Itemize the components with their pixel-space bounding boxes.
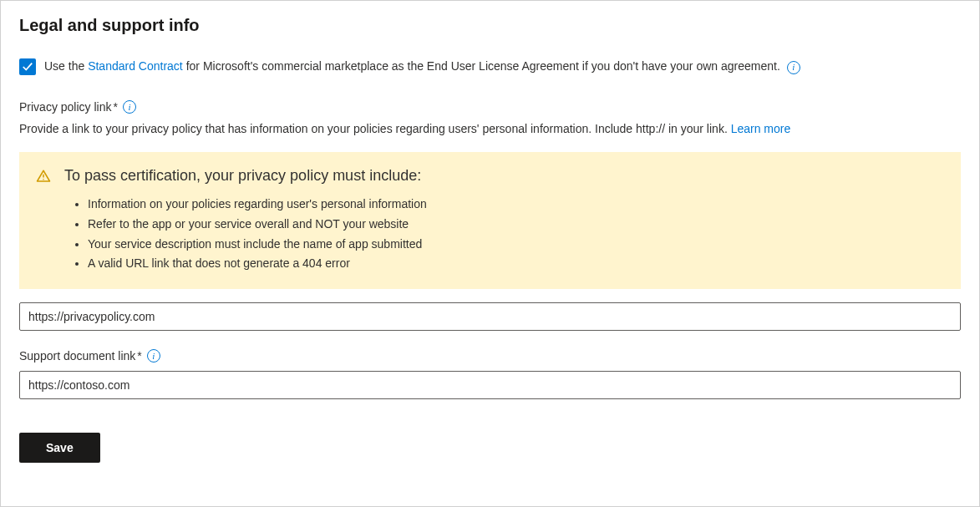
required-mark: *	[137, 349, 141, 363]
support-doc-label-text: Support document link	[19, 349, 135, 363]
learn-more-link[interactable]: Learn more	[731, 122, 791, 135]
info-icon[interactable]: i	[123, 100, 136, 114]
warning-item: Refer to the app or your service overall…	[88, 215, 944, 235]
privacy-policy-label: Privacy policy link* i	[19, 100, 961, 114]
standard-contract-checkbox[interactable]	[19, 58, 36, 75]
page-title: Legal and support info	[19, 16, 961, 35]
standard-contract-label: Use the Standard Contract for Microsoft'…	[44, 59, 800, 74]
checkbox-label-suffix: for Microsoft's commercial marketplace a…	[183, 59, 780, 73]
privacy-policy-label-text: Privacy policy link	[19, 100, 111, 114]
required-mark: *	[113, 100, 117, 114]
warning-item: Your service description must include th…	[88, 235, 944, 255]
privacy-policy-desc-text: Provide a link to your privacy policy th…	[19, 122, 731, 135]
warning-item: Information on your policies regarding u…	[88, 195, 944, 215]
certification-warning: To pass certification, your privacy poli…	[19, 152, 961, 289]
warning-triangle-icon	[36, 169, 51, 184]
warning-header: To pass certification, your privacy poli…	[36, 167, 944, 185]
warning-title: To pass certification, your privacy poli…	[64, 167, 421, 185]
info-icon[interactable]: i	[147, 349, 160, 363]
checkmark-icon	[22, 61, 33, 73]
info-icon[interactable]: i	[787, 61, 800, 74]
warning-list: Information on your policies regarding u…	[36, 195, 944, 274]
legal-support-panel: Legal and support info Use the Standard …	[0, 0, 980, 507]
privacy-policy-description: Provide a link to your privacy policy th…	[19, 122, 961, 135]
checkbox-label-prefix: Use the	[44, 59, 88, 73]
support-doc-input[interactable]	[19, 371, 961, 399]
svg-point-1	[43, 179, 44, 180]
warning-item: A valid URL link that does not generate …	[88, 254, 944, 274]
privacy-policy-input[interactable]	[19, 302, 961, 331]
standard-contract-row: Use the Standard Contract for Microsoft'…	[19, 58, 961, 75]
save-button[interactable]: Save	[19, 433, 100, 463]
support-doc-label: Support document link* i	[19, 349, 961, 363]
standard-contract-link[interactable]: Standard Contract	[88, 59, 183, 73]
